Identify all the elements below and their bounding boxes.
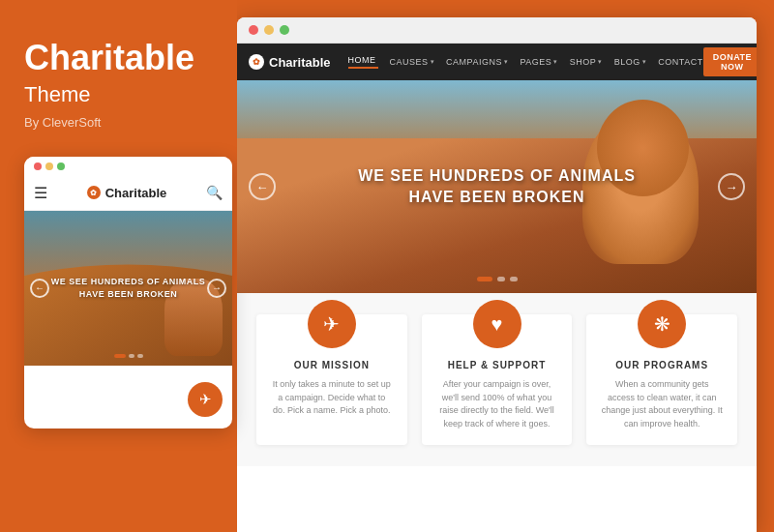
features-section: ✈ OUR MISSION It only takes a minute to …: [237, 293, 757, 466]
chevron-icon: ▾: [642, 58, 647, 66]
programs-title: OUR PROGRAMS: [615, 360, 708, 370]
support-desc: After your campaign is over, we'll send …: [436, 378, 558, 430]
theme-author: By CleverSoft: [24, 115, 218, 130]
dot-yellow: [45, 163, 53, 170]
mobile-prev-arrow[interactable]: ←: [30, 279, 49, 298]
nav-campaigns[interactable]: CAMPAIGNS ▾: [446, 57, 508, 67]
nav-causes[interactable]: CAUSES ▾: [390, 57, 435, 67]
search-icon[interactable]: 🔍: [206, 185, 223, 200]
dot-red: [34, 163, 42, 170]
mobile-bottom: ✈: [24, 366, 232, 429]
nav-blog[interactable]: BLOG ▾: [614, 57, 647, 67]
website-logo: ✿ Charitable: [249, 54, 331, 70]
mobile-topbar: [24, 157, 232, 176]
browser-dot-green: [280, 25, 289, 35]
hero-dot-2: [497, 277, 505, 281]
nav-contact[interactable]: CONTACT: [658, 57, 702, 67]
nav-items: HOME CAUSES ▾ CAMPAIGNS ▾ PAGES ▾ SHOP ▾…: [348, 55, 703, 69]
website-logo-icon: ✿: [249, 54, 264, 70]
mobile-dots-group: [34, 163, 65, 170]
programs-desc: When a community gets access to clean wa…: [601, 378, 723, 430]
website-logo-text: Charitable: [269, 55, 331, 70]
desktop-preview-panel: ✿ Charitable HOME CAUSES ▾ CAMPAIGNS ▾ P…: [237, 17, 757, 532]
donate-now-button[interactable]: DONATE NOW: [703, 47, 757, 76]
mobile-logo: ✿ Charitable: [87, 186, 167, 200]
chevron-icon: ▾: [431, 58, 435, 66]
mobile-hero: WE SEE HUNDREDS OF ANIMALS HAVE BEEN BRO…: [24, 211, 232, 366]
mission-desc: It only takes a minute to set up a campa…: [271, 378, 393, 418]
browser-topbar: [237, 17, 757, 44]
slide-dot-2: [129, 354, 134, 358]
hero-arrows: ← →: [237, 173, 757, 200]
hamburger-icon[interactable]: ☰: [34, 184, 47, 202]
mobile-slide-dots: [114, 354, 143, 358]
mission-icon: ✈: [308, 300, 356, 348]
browser-dot-yellow: [264, 25, 274, 35]
hero-dot-3: [510, 277, 518, 281]
mobile-body-text: [34, 377, 180, 388]
website-nav: ✿ Charitable HOME CAUSES ▾ CAMPAIGNS ▾ P…: [237, 44, 757, 80]
theme-subtitle: Theme: [24, 82, 218, 107]
support-icon: ♥: [473, 300, 521, 348]
chevron-icon: ▾: [504, 58, 509, 66]
feature-card-support: ♥ HELP & SUPPORT After your campaign is …: [422, 314, 573, 445]
browser-dot-red: [249, 25, 258, 35]
chevron-icon: ▾: [598, 58, 603, 66]
website-hero: WE SEE HUNDREDS OF ANIMALS HAVE BEEN BRO…: [237, 80, 757, 293]
mobile-next-arrow[interactable]: →: [207, 279, 226, 298]
support-title: HELP & SUPPORT: [448, 360, 547, 370]
slide-dot-1: [114, 354, 126, 358]
nav-pages[interactable]: PAGES ▾: [520, 57, 557, 67]
dot-green: [57, 163, 65, 170]
feature-card-programs: ❋ OUR PROGRAMS When a community gets acc…: [586, 314, 737, 445]
hero-next-arrow[interactable]: →: [718, 173, 745, 200]
hero-prev-arrow[interactable]: ←: [249, 173, 276, 200]
hero-dot-1: [477, 277, 492, 281]
mobile-nav: ☰ ✿ Charitable 🔍: [24, 176, 232, 211]
theme-title: Charitable: [24, 39, 218, 77]
nav-shop[interactable]: SHOP ▾: [570, 57, 603, 67]
slide-dot-3: [137, 354, 143, 358]
feature-card-mission: ✈ OUR MISSION It only takes a minute to …: [256, 314, 407, 445]
programs-icon: ❋: [638, 300, 686, 348]
mobile-hero-arrows: ← →: [24, 279, 232, 298]
mobile-logo-text: Charitable: [105, 186, 167, 200]
mobile-preview-card: ☰ ✿ Charitable 🔍 WE SEE HUNDREDS OF ANIM…: [24, 157, 232, 429]
mobile-feature-icon: ✈: [188, 382, 223, 417]
left-panel: Charitable Theme By CleverSoft ☰ ✿ Chari…: [0, 0, 237, 532]
mission-title: OUR MISSION: [294, 360, 370, 370]
mobile-logo-icon: ✿: [87, 186, 101, 199]
nav-home[interactable]: HOME: [348, 55, 378, 69]
chevron-icon: ▾: [553, 58, 558, 66]
hero-slide-dots: [477, 277, 518, 281]
